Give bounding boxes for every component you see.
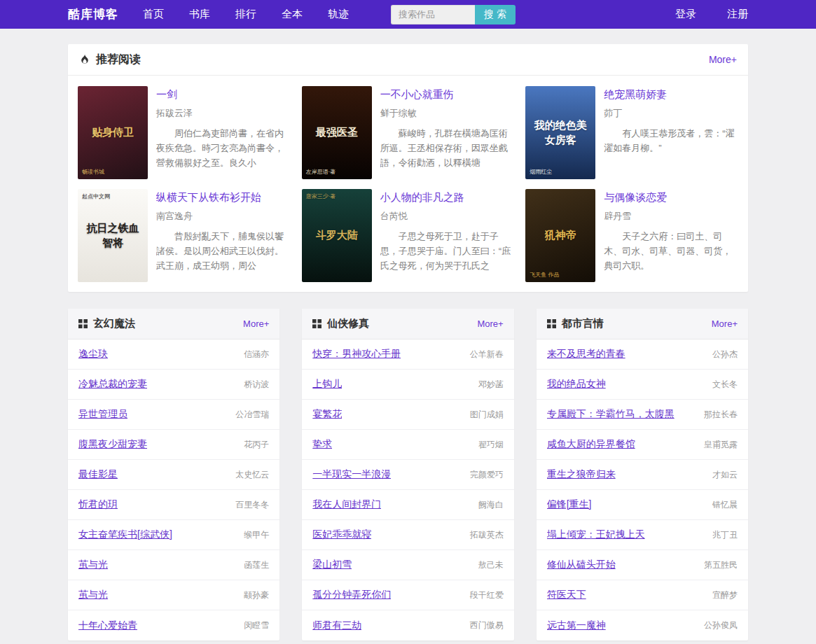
book-title-link[interactable]: 来不及思考的青春 <box>547 348 625 360</box>
book-author: 敖己未 <box>478 559 504 571</box>
search-input[interactable] <box>391 5 475 24</box>
site-logo[interactable]: 酷库博客 <box>68 6 118 22</box>
book-list-item: 我的绝品女神文长冬 <box>537 370 748 400</box>
book-author: 拓跋云泽 <box>156 107 291 120</box>
book-title-link[interactable]: 宴繁花 <box>312 408 342 421</box>
book-info: 一不小心就重伤 鲜于综敏 蘇峻時，孔群在橫塘為匡術所逼。王丞相保存術，因眾坐戲語… <box>380 86 515 179</box>
book-author: 文长冬 <box>712 379 738 391</box>
register-link[interactable]: 注册 <box>727 8 748 21</box>
book-title-link[interactable]: 塌上倾宠：王妃拽上天 <box>547 528 645 541</box>
book-title-link[interactable]: 茧与光 <box>78 559 108 571</box>
book-list-item: 异世管理员公冶雪瑞 <box>68 400 279 430</box>
book-description: 蘇峻時，孔群在橫塘為匡術所逼。王丞相保存術，因眾坐戲語，令術勸酒，以釋橫塘 <box>380 126 515 170</box>
book-title-link[interactable]: 专属殿下：学霸竹马，太腹黑 <box>547 408 675 421</box>
book-list: 逸尘玦信涵亦 冷魅总裁的宠妻桥访波 异世管理员公冶雪瑞 腹黑夜少甜宠妻花丙子 最… <box>68 340 279 640</box>
book-title-link[interactable]: 咸鱼大厨的异界餐馆 <box>547 438 635 451</box>
recommend-more-link[interactable]: More+ <box>709 54 737 65</box>
recommend-section: 推荐阅读 More+ 贴身侍卫 畅读书城 一剑 拓跋云泽 周伯仁為吏部尚書，在省… <box>68 44 748 292</box>
recommend-cards: 贴身侍卫 畅读书城 一剑 拓跋云泽 周伯仁為吏部尚書，在省内夜疾危急。時刁玄亮為… <box>68 76 748 292</box>
book-author: 公孙俊凤 <box>704 620 738 631</box>
book-title-link[interactable]: 快穿：男神攻心手册 <box>312 348 401 360</box>
book-card: 犼神帝 飞天鱼 作品 与偶像谈恋爱 辟丹雪 天子之六府：曰司土、司木、司水、司草… <box>525 189 738 282</box>
book-list-item: 上钩儿邓妙菡 <box>302 370 513 400</box>
book-author: 邓妙菡 <box>478 379 504 391</box>
top-nav-bar: 酷库博客 首页 书库 排行 全本 轨迹 搜 索 登录 注册 <box>0 0 816 29</box>
cover-title-text: 我的绝色美女房客 <box>525 118 595 147</box>
book-title-link[interactable]: 我的绝品女神 <box>547 378 606 391</box>
book-title-link[interactable]: 重生之狼帝归来 <box>547 468 616 481</box>
category-header: 都市言情 More+ <box>537 309 748 340</box>
book-author: 公孙杰 <box>712 349 738 360</box>
book-title-link[interactable]: 绝宠黑萌娇妻 <box>604 88 738 102</box>
book-list-item: 师君有三劫西门傲易 <box>302 610 513 640</box>
book-cover[interactable]: 贴身侍卫 畅读书城 <box>78 86 148 179</box>
book-list-item: 快穿：男神攻心手册公羊新春 <box>302 340 513 370</box>
cover-publisher-text: 左岸思语·著 <box>306 168 336 176</box>
nav-item-ranking[interactable]: 排行 <box>234 0 258 29</box>
book-title-link[interactable]: 偏锋[重生] <box>547 498 592 511</box>
nav-item-library[interactable]: 书库 <box>188 0 212 29</box>
book-title-link[interactable]: 医妃乖乖就寝 <box>312 528 371 541</box>
book-description: 有人嘆王恭形茂者，雲：“濯濯如春月柳。” <box>604 126 738 155</box>
book-card: 起点中文网 抗日之铁血智将 纵横天下从铁布衫开始 南宫逸舟 昔殷紂亂天下，脯鬼侯… <box>78 189 291 282</box>
book-title-link[interactable]: 女主奋笔疾书[综武侠] <box>78 528 172 541</box>
book-title-link[interactable]: 孤分分钟弄死你们 <box>312 589 391 601</box>
book-list-item: 孤分分钟弄死你们段干红爱 <box>302 580 513 610</box>
book-author: 鲜于综敏 <box>380 107 515 120</box>
book-title-link[interactable]: 师君有三劫 <box>312 620 361 632</box>
book-title-link[interactable]: 上钩儿 <box>312 378 342 391</box>
book-cover[interactable]: 起点中文网 抗日之铁血智将 <box>78 189 148 282</box>
book-description: 子思之母死于卫，赴于子思，子思哭于庙。门人至曰：“庶氏之母死，何为哭于孔氏之 <box>380 229 515 273</box>
category-more-link[interactable]: More+ <box>477 318 503 329</box>
nav-item-home[interactable]: 首页 <box>141 0 165 29</box>
book-title-link[interactable]: 忻君的玥 <box>78 498 118 511</box>
book-author: 才如云 <box>712 469 738 481</box>
cover-title-text: 斗罗大陆 <box>311 228 363 242</box>
cover-title-text: 贴身侍卫 <box>87 125 139 139</box>
book-title-link[interactable]: 茧与光 <box>78 589 108 601</box>
category-more-link[interactable]: More+ <box>243 318 269 329</box>
book-cover[interactable]: 唐家三少·著 斗罗大陆 <box>302 189 372 282</box>
book-title-link[interactable]: 与偶像谈恋爱 <box>604 190 738 204</box>
book-title-link[interactable]: 符医天下 <box>547 589 586 601</box>
book-description: 天子之六府：曰司土、司木、司水、司草、司器、司货，典司六职。 <box>604 229 738 273</box>
book-title-link[interactable]: 逸尘玦 <box>78 348 108 360</box>
book-author: 函莲生 <box>244 559 269 571</box>
nav-item-complete[interactable]: 全本 <box>280 0 304 29</box>
search-button[interactable]: 搜 索 <box>475 5 516 24</box>
book-author: 花丙子 <box>244 439 269 451</box>
book-title-link[interactable]: 一剑 <box>156 88 291 102</box>
login-link[interactable]: 登录 <box>675 8 696 21</box>
book-cover[interactable]: 我的绝色美女房客 烟雨红尘 <box>525 86 595 179</box>
auth-links: 登录 注册 <box>644 8 748 21</box>
book-author: 闵瞪雪 <box>244 620 269 631</box>
book-title-link[interactable]: 一不小心就重伤 <box>380 88 515 102</box>
book-title-link[interactable]: 十年心爱始青 <box>78 620 137 632</box>
book-title-link[interactable]: 小人物的非凡之路 <box>380 190 515 204</box>
book-list-item: 专属殿下：学霸竹马，太腹黑那拉长春 <box>537 400 748 430</box>
book-list-item: 最佳影星太史忆云 <box>68 460 279 490</box>
book-author: 段干红爱 <box>470 589 504 601</box>
book-list-item: 挚求翟巧烟 <box>302 430 513 460</box>
grid-icon <box>547 319 556 328</box>
book-title-link[interactable]: 我在人间封界门 <box>312 498 381 511</box>
book-list-item: 宴繁花图门成娟 <box>302 400 513 430</box>
book-cover[interactable]: 最强医圣 左岸思语·著 <box>302 86 372 179</box>
book-title-link[interactable]: 梁山初雪 <box>312 559 352 571</box>
book-title-link[interactable]: 最佳影星 <box>78 468 118 481</box>
book-cover[interactable]: 犼神帝 飞天鱼 作品 <box>525 189 595 282</box>
book-title-link[interactable]: 远古第一魔神 <box>547 620 606 632</box>
book-title-link[interactable]: 一半现实一半浪漫 <box>312 468 391 481</box>
book-list-item: 我在人间封界门阙海白 <box>302 490 513 520</box>
book-title-link[interactable]: 异世管理员 <box>78 408 127 421</box>
book-title-link[interactable]: 冷魅总裁的宠妻 <box>78 378 147 391</box>
cover-title-text: 抗日之铁血智将 <box>78 221 148 250</box>
book-title-link[interactable]: 挚求 <box>312 438 332 451</box>
book-title-link[interactable]: 腹黑夜少甜宠妻 <box>78 438 147 451</box>
book-list-item: 茧与光颛孙豪 <box>68 580 279 610</box>
nav-item-track[interactable]: 轨迹 <box>326 0 350 29</box>
book-title-link[interactable]: 修仙从磕头开始 <box>547 559 616 571</box>
book-author: 公冶雪瑞 <box>235 409 269 421</box>
book-title-link[interactable]: 纵横天下从铁布衫开始 <box>156 190 291 204</box>
category-more-link[interactable]: More+ <box>712 318 738 329</box>
